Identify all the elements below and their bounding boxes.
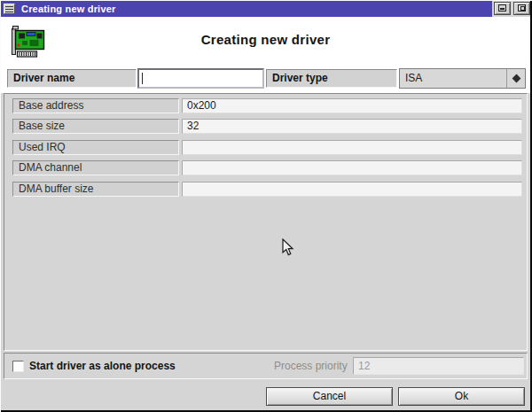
combo-dropdown-button[interactable]: [506, 69, 525, 88]
dialog-heading: Creating new driver: [1, 32, 530, 47]
process-priority-label: Process priority: [274, 354, 348, 378]
driver-type-combobox[interactable]: ISA: [399, 68, 526, 89]
property-value-dma-buffer-size[interactable]: [182, 182, 522, 197]
mouse-cursor: [282, 238, 294, 257]
property-label-base-size: Base size: [12, 119, 179, 134]
maximize-button[interactable]: [513, 2, 530, 15]
driver-name-input[interactable]: [137, 68, 264, 89]
dialog-window: Creating new driver Creating new: [0, 0, 532, 412]
alone-process-label: Start driver as alone process: [29, 354, 176, 378]
property-value-dma-channel[interactable]: [182, 160, 522, 175]
titlebar[interactable]: Creating new driver: [1, 1, 492, 17]
property-value-used-irq[interactable]: [182, 140, 522, 155]
maximize-icon: [518, 4, 526, 12]
driver-properties-panel: Base address 0x200 Base size 32 Used IRQ…: [4, 93, 528, 351]
text-caret: [142, 73, 143, 84]
property-label-used-irq: Used IRQ: [12, 140, 179, 155]
window-menu-icon: [5, 6, 13, 12]
window-menu-button[interactable]: [4, 4, 15, 14]
property-label-dma-channel: DMA channel: [12, 160, 179, 175]
dialog-header: Creating new driver Driver name Driver t…: [1, 17, 530, 93]
property-value-base-address[interactable]: 0x200: [182, 98, 522, 113]
property-value-base-size[interactable]: 32: [182, 119, 522, 134]
process-priority-input[interactable]: 12: [353, 357, 524, 375]
combo-arrow-icon: [512, 74, 521, 83]
driver-name-label: Driver name: [7, 69, 137, 88]
property-label-dma-buffer-size: DMA buffer size: [12, 182, 179, 197]
minimize-icon: [498, 4, 506, 12]
options-panel: Start driver as alone process Process pr…: [4, 353, 528, 379]
minimize-button[interactable]: [494, 2, 511, 15]
ok-button[interactable]: Ok: [398, 387, 525, 406]
driver-type-value: ISA: [405, 72, 422, 84]
alone-process-checkbox[interactable]: [12, 361, 24, 372]
property-label-base-address: Base address: [12, 98, 179, 113]
window-title: Creating new driver: [21, 1, 116, 17]
driver-type-label: Driver type: [266, 69, 397, 88]
cancel-button[interactable]: Cancel: [266, 387, 393, 406]
